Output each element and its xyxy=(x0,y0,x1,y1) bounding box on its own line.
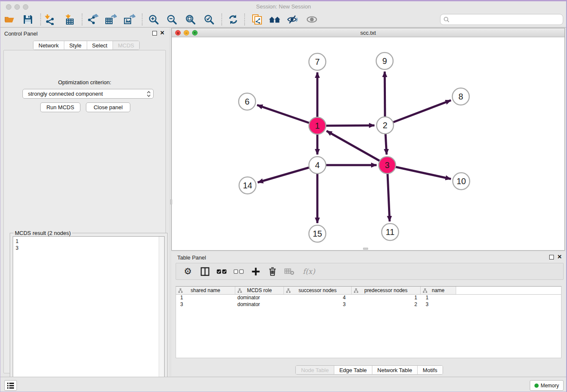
graph-node-2[interactable]: 2 xyxy=(377,117,394,134)
export-network-icon[interactable] xyxy=(87,13,99,26)
export-image-icon[interactable] xyxy=(124,13,135,26)
save-session-icon[interactable] xyxy=(22,13,34,26)
network-window-titlebar[interactable]: x − + scc.txt xyxy=(172,28,564,37)
column-header-successor-nodes[interactable]: successor nodes xyxy=(284,287,352,294)
network-view-window: x − + scc.txt 1234678910111415 xyxy=(171,28,565,251)
graph-node-15[interactable]: 15 xyxy=(309,225,326,242)
table-toolbar: ⚙ f(x) xyxy=(176,263,564,280)
graph-edge-3-10[interactable] xyxy=(387,165,451,179)
tab-motifs[interactable]: Motifs xyxy=(418,366,443,374)
svg-text:15: 15 xyxy=(313,229,322,238)
control-panel-float-button[interactable] xyxy=(152,31,157,36)
table-panel-float-button[interactable] xyxy=(549,255,554,259)
network-window-title: scc.txt xyxy=(172,30,564,36)
mcds-result-title: MCDS result (2 nodes) xyxy=(14,230,72,236)
table-row[interactable]: 3dominator323 xyxy=(176,301,561,308)
tab-style[interactable]: Style xyxy=(64,41,87,50)
select-all-icon[interactable] xyxy=(217,265,227,277)
graph-node-6[interactable]: 6 xyxy=(239,93,256,110)
graphics-details-icon[interactable] xyxy=(287,13,299,26)
graph-node-8[interactable]: 8 xyxy=(452,88,469,105)
graph-node-4[interactable]: 4 xyxy=(309,157,326,174)
mcds-panel: Optimization criterion: strongly connect… xyxy=(3,50,166,373)
network-canvas[interactable]: 1234678910111415 xyxy=(172,37,564,250)
refresh-layout-icon[interactable] xyxy=(227,13,239,26)
zoom-selected-icon[interactable] xyxy=(203,13,215,26)
memory-button[interactable]: Memory xyxy=(530,380,564,391)
svg-text:9: 9 xyxy=(382,56,387,66)
app-titlebar: Session: New Session xyxy=(0,1,567,12)
run-mcds-button[interactable]: Run MCDS xyxy=(40,102,80,112)
graph-node-1[interactable]: 1 xyxy=(309,117,326,134)
mcds-result-item[interactable]: 3 xyxy=(16,245,164,251)
graph-node-11[interactable]: 11 xyxy=(382,224,399,240)
column-header-shared-name[interactable]: shared name xyxy=(176,287,235,294)
table-body: 1dominator4113dominator323 xyxy=(176,295,561,308)
graph-node-7[interactable]: 7 xyxy=(309,53,326,70)
open-session-icon[interactable] xyxy=(4,13,16,26)
delete-table-icon[interactable] xyxy=(284,265,295,277)
graph-edge-4-14[interactable] xyxy=(258,165,317,182)
graph-node-14[interactable]: 14 xyxy=(239,177,256,194)
mcds-result-item[interactable]: 1 xyxy=(16,238,164,245)
zoom-fit-icon[interactable] xyxy=(184,13,196,26)
task-history-button[interactable] xyxy=(4,380,17,391)
resize-handle[interactable] xyxy=(170,199,172,204)
dropdown-stepper-icon xyxy=(147,91,151,97)
main-toolbar xyxy=(0,12,567,28)
node-table: shared nameMCDS rolesuccessor nodesprede… xyxy=(176,286,561,358)
svg-text:3: 3 xyxy=(385,160,389,170)
delete-column-icon[interactable] xyxy=(267,265,278,277)
control-panel-title: Control Panel xyxy=(4,30,38,37)
svg-text:1: 1 xyxy=(315,121,319,130)
tab-select[interactable]: Select xyxy=(87,41,113,50)
add-column-icon[interactable] xyxy=(250,265,261,277)
resize-handle[interactable] xyxy=(363,248,368,250)
function-builder-icon[interactable]: f(x) xyxy=(301,265,317,277)
birds-eye-view-icon[interactable] xyxy=(306,13,318,26)
table-row[interactable]: 1dominator411 xyxy=(176,295,561,301)
column-header-name[interactable]: name xyxy=(421,287,456,294)
column-header-predecessor-nodes[interactable]: predecessor nodes xyxy=(352,287,421,294)
export-table-icon[interactable] xyxy=(105,13,117,26)
table-cell: 3 xyxy=(284,301,352,308)
graph-edge-2-8[interactable] xyxy=(385,100,451,125)
column-header-MCDS-role[interactable]: MCDS role xyxy=(235,287,284,294)
tab-edge-table[interactable]: Edge Table xyxy=(334,366,372,374)
column-header-filler xyxy=(456,287,561,294)
table-panel-tabs: Node TableEdge TableNetwork TableMotifs xyxy=(295,365,443,375)
svg-text:4: 4 xyxy=(315,160,319,170)
close-panel-button[interactable]: Close panel xyxy=(86,102,130,112)
duplicate-network-icon[interactable] xyxy=(250,13,262,26)
table-cell: 3 xyxy=(421,301,456,308)
scrollbar-track[interactable] xyxy=(159,237,164,385)
svg-text:14: 14 xyxy=(243,181,252,190)
zoom-in-icon[interactable] xyxy=(148,13,160,26)
table-cell: 2 xyxy=(352,301,421,308)
table-settings-icon[interactable]: ⚙ xyxy=(183,265,193,277)
import-network-icon[interactable] xyxy=(44,13,56,26)
tab-mcds[interactable]: MCDS xyxy=(113,41,139,50)
optimization-criterion-dropdown[interactable]: strongly connected component xyxy=(22,89,154,99)
column-visibility-icon[interactable] xyxy=(200,265,210,277)
tab-network-table[interactable]: Network Table xyxy=(372,366,418,374)
table-cell: 1 xyxy=(176,295,235,301)
graph-node-9[interactable]: 9 xyxy=(376,52,393,69)
table-cell: 3 xyxy=(176,301,235,308)
graph-edge-3-1[interactable] xyxy=(327,131,387,165)
mcds-result-list[interactable]: 13 xyxy=(13,236,165,385)
tab-node-table[interactable]: Node Table xyxy=(296,366,334,374)
control-panel-close-button[interactable]: ✕ xyxy=(160,30,165,36)
control-panel-tabs: NetworkStyleSelectMCDS xyxy=(33,41,140,50)
tab-network[interactable]: Network xyxy=(33,41,64,50)
memory-label: Memory xyxy=(541,383,559,389)
graph-edge-1-6[interactable] xyxy=(257,105,317,126)
graph-node-10[interactable]: 10 xyxy=(453,173,470,190)
zoom-out-icon[interactable] xyxy=(166,13,178,26)
import-table-icon[interactable] xyxy=(64,13,76,26)
deselect-all-icon[interactable] xyxy=(234,265,244,277)
search-input[interactable] xyxy=(451,17,563,23)
homes-icon[interactable] xyxy=(269,13,281,26)
graph-node-3[interactable]: 3 xyxy=(379,157,396,174)
table-panel-close-button[interactable]: ✕ xyxy=(557,254,562,260)
